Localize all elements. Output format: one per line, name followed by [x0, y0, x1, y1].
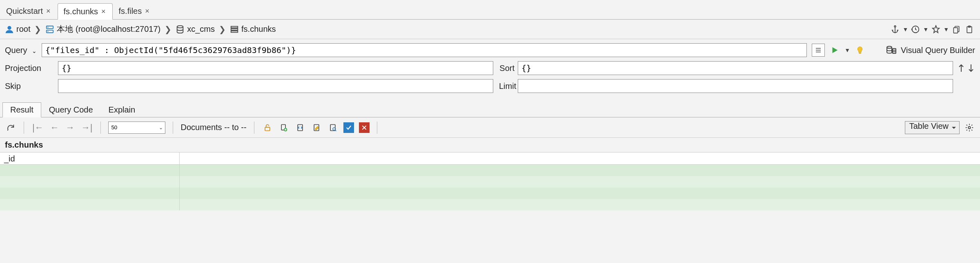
- sort-label: Sort: [493, 64, 518, 73]
- grid-header-row: _id: [0, 152, 980, 165]
- result-grid: _id: [0, 152, 980, 210]
- chevron-right-icon: ❯: [217, 24, 227, 34]
- separator: [173, 122, 173, 134]
- delete-icon[interactable]: [359, 122, 370, 133]
- table-row[interactable]: [0, 165, 980, 176]
- close-icon[interactable]: ×: [145, 7, 149, 15]
- table-row[interactable]: [0, 176, 980, 188]
- edit-document-icon[interactable]: [311, 122, 322, 133]
- visual-query-builder-link[interactable]: Visual Query Builder: [901, 46, 975, 55]
- separator: [100, 122, 101, 134]
- svg-point-9: [895, 25, 896, 27]
- tab-label: Quickstart: [6, 7, 43, 16]
- close-icon[interactable]: ×: [101, 7, 106, 16]
- breadcrumb-bar: root ❯ 本地 (root@localhost:27017) ❯ xc_cm…: [0, 20, 980, 39]
- view-document-icon[interactable]: [327, 122, 339, 133]
- tab-fs-chunks[interactable]: fs.chunks ×: [58, 3, 113, 20]
- query-panel: Query ⌄ ▼ Visual Query Builder Projectio…: [0, 39, 980, 99]
- tab-label: fs.chunks: [64, 7, 98, 16]
- hint-icon[interactable]: [854, 44, 866, 56]
- svg-rect-8: [231, 31, 238, 32]
- grid-collection-title: fs.chunks: [0, 138, 980, 152]
- view-mode-select[interactable]: Table View: [905, 121, 960, 134]
- validate-icon[interactable]: [343, 122, 354, 133]
- limit-label: Limit: [493, 82, 518, 91]
- server-icon: [45, 25, 54, 34]
- add-document-icon[interactable]: [278, 122, 290, 133]
- separator: [377, 122, 377, 134]
- dropdown-caret-icon[interactable]: ▼: [923, 26, 929, 33]
- document-range-text: Documents -- to --: [180, 123, 246, 132]
- svg-rect-2: [47, 30, 53, 32]
- chevron-right-icon: ❯: [33, 24, 43, 34]
- query-input[interactable]: [42, 43, 807, 57]
- prev-page-icon[interactable]: ←: [49, 122, 60, 133]
- tab-label: fs.files: [119, 7, 142, 16]
- history-icon[interactable]: [910, 24, 921, 35]
- sort-desc-icon[interactable]: [967, 62, 975, 74]
- export-json-icon[interactable]: [294, 122, 306, 133]
- breadcrumb-database[interactable]: xc_cms: [187, 24, 215, 34]
- query-label: Query ⌄: [5, 46, 42, 55]
- column-header-id[interactable]: _id: [0, 152, 180, 164]
- svg-rect-7: [231, 29, 238, 30]
- next-page-icon[interactable]: →: [65, 122, 76, 133]
- svg-rect-16: [893, 49, 896, 53]
- separator: [24, 122, 24, 134]
- svg-rect-6: [231, 26, 238, 28]
- grid-body: [0, 165, 980, 210]
- visual-builder-icon: [886, 45, 897, 55]
- collection-icon: [230, 25, 239, 34]
- separator: [254, 122, 254, 134]
- table-row[interactable]: [0, 188, 980, 199]
- breadcrumb-collection[interactable]: fs.chunks: [241, 24, 276, 34]
- result-tab-query-code[interactable]: Query Code: [41, 102, 101, 117]
- gear-icon[interactable]: [964, 122, 975, 133]
- svg-rect-1: [47, 26, 53, 28]
- dropdown-caret-icon[interactable]: ▼: [844, 47, 850, 53]
- chevron-down-icon[interactable]: ⌄: [29, 48, 37, 54]
- refresh-icon[interactable]: [5, 122, 16, 133]
- tab-quickstart[interactable]: Quickstart ×: [0, 3, 58, 19]
- svg-point-24: [968, 126, 971, 129]
- chevron-right-icon: ❯: [163, 24, 173, 34]
- result-tab-result[interactable]: Result: [2, 102, 41, 117]
- last-page-icon[interactable]: →|: [80, 122, 94, 133]
- sort-asc-icon[interactable]: [957, 62, 965, 74]
- svg-point-5: [177, 25, 183, 28]
- top-tabs: Quickstart × fs.chunks × fs.files ×: [0, 0, 980, 20]
- projection-label: Projection: [5, 64, 58, 73]
- copy-icon[interactable]: [951, 24, 962, 35]
- run-query-button[interactable]: [829, 44, 840, 56]
- breadcrumb-connection[interactable]: 本地 (root@localhost:27017): [57, 24, 160, 35]
- result-tabs: Result Query Code Explain: [0, 101, 980, 117]
- svg-rect-11: [953, 27, 958, 33]
- skip-label: Skip: [5, 82, 58, 91]
- dropdown-caret-icon[interactable]: ▼: [943, 26, 949, 33]
- breadcrumb-user[interactable]: root: [16, 24, 30, 34]
- unlock-icon[interactable]: [262, 122, 273, 133]
- user-icon: [5, 25, 14, 34]
- svg-point-4: [48, 31, 49, 31]
- svg-rect-17: [265, 127, 270, 130]
- skip-input[interactable]: [58, 79, 493, 93]
- table-row[interactable]: [0, 199, 980, 210]
- result-toolbar: |← ← → →| ⌄ Documents -- to -- Table Vie…: [0, 117, 980, 138]
- paste-icon[interactable]: [964, 24, 975, 35]
- dropdown-caret-icon[interactable]: ▼: [902, 26, 908, 33]
- svg-point-3: [48, 27, 49, 27]
- projection-input[interactable]: [58, 61, 493, 75]
- anchor-icon[interactable]: [889, 24, 901, 35]
- tab-fs-files[interactable]: fs.files ×: [113, 3, 156, 19]
- svg-point-15: [887, 46, 892, 49]
- sort-input[interactable]: [518, 61, 953, 75]
- svg-point-0: [7, 26, 11, 29]
- limit-input[interactable]: [518, 79, 953, 93]
- first-page-icon[interactable]: |←: [31, 122, 45, 133]
- page-size-select[interactable]: [108, 122, 165, 134]
- options-icon[interactable]: [812, 44, 825, 57]
- star-icon[interactable]: [930, 24, 942, 35]
- result-tab-explain[interactable]: Explain: [101, 102, 143, 117]
- close-icon[interactable]: ×: [46, 7, 51, 15]
- svg-rect-14: [859, 53, 861, 54]
